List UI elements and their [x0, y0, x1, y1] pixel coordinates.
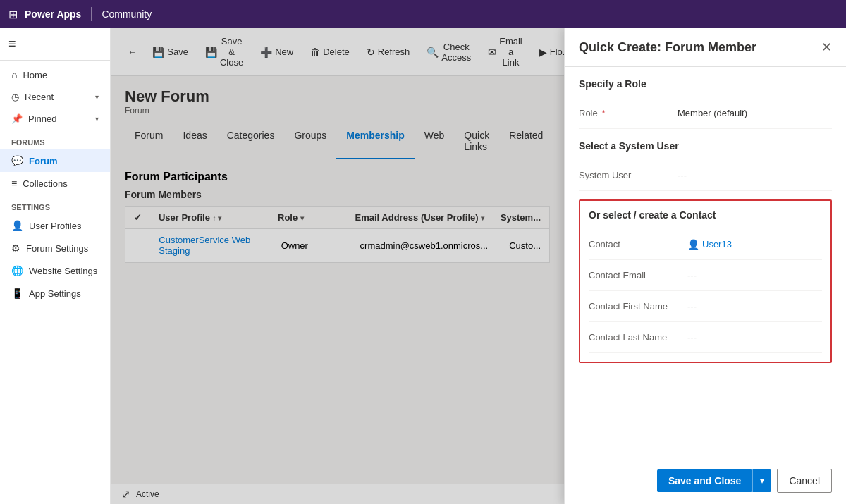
recent-chevron-icon: ▾ — [95, 93, 99, 101]
email-column-header: Email Address (User Profile) ▾ — [355, 212, 486, 223]
contact-first-name-value[interactable]: --- — [687, 301, 822, 312]
role-sort-icon[interactable]: ▾ — [300, 214, 304, 222]
sidebar: ≡ ⌂ Home ◷ Recent ▾ 📌 Pinned ▾ F — [0, 28, 111, 504]
forums-section-label: Forums — [0, 130, 110, 149]
tab-groups[interactable]: Groups — [284, 124, 336, 159]
contact-section-label: Or select / create a Contact — [589, 209, 822, 221]
save-icon: 💾 — [152, 47, 164, 58]
tab-web[interactable]: Web — [415, 124, 455, 159]
sidebar-collections-label: Collections — [23, 178, 68, 189]
app-settings-icon: 📱 — [11, 288, 23, 299]
table-header: ✓ User Profile ↑ ▾ Role ▾ Email Address … — [125, 207, 549, 229]
pinned-icon: 📌 — [11, 113, 23, 124]
refresh-button[interactable]: ↻ Refresh — [360, 43, 417, 61]
sidebar-app-settings-label: App Settings — [29, 288, 81, 299]
save-close-button[interactable]: 💾 Save & Close — [198, 32, 250, 71]
sidebar-website-settings-label: Website Settings — [29, 266, 97, 276]
contact-last-name-value[interactable]: --- — [687, 332, 822, 343]
sidebar-top: ≡ — [0, 28, 110, 61]
panel-title: Quick Create: Forum Member — [579, 40, 756, 55]
recent-icon: ◷ — [11, 92, 19, 102]
role-required-marker: * — [601, 108, 605, 118]
pinned-chevron-icon: ▾ — [95, 115, 99, 123]
waffle-icon[interactable]: ⊞ — [8, 8, 18, 21]
back-button[interactable]: ← — [122, 43, 142, 61]
sidebar-recent-label: Recent — [25, 92, 54, 102]
sidebar-item-website-settings[interactable]: 🌐 Website Settings — [0, 259, 110, 282]
email-sort-icon[interactable]: ▾ — [481, 214, 484, 222]
content-area: ← 💾 Save 💾 Save & Close ➕ New 🗑 Delete ↻… — [111, 28, 564, 504]
hamburger-icon[interactable]: ≡ — [8, 34, 102, 54]
website-settings-icon: 🌐 — [11, 265, 23, 276]
community-label: Community — [102, 8, 152, 20]
user-sort-icon[interactable]: ↑ ▾ — [213, 214, 222, 222]
subsection-title: Forum Members — [125, 189, 550, 200]
delete-button[interactable]: 🗑 Delete — [303, 43, 357, 61]
save-close-dropdown-button[interactable]: ▾ — [752, 469, 771, 492]
page-title: New Forum — [125, 87, 550, 106]
members-table: ✓ User Profile ↑ ▾ Role ▾ Email Address … — [125, 206, 550, 263]
expand-icon[interactable]: ⤢ — [122, 488, 130, 500]
flow-button[interactable]: ▶ Flo... — [532, 43, 564, 61]
forum-icon: 💬 — [11, 155, 23, 166]
sidebar-forum-settings-label: Forum Settings — [26, 243, 88, 254]
contact-email-value[interactable]: --- — [687, 270, 822, 281]
sidebar-home-label: Home — [23, 70, 47, 80]
save-button[interactable]: 💾 Save — [145, 43, 195, 61]
contact-field-row: Contact 👤 User13 — [589, 229, 822, 260]
system-user-field-row: System User --- — [579, 160, 832, 191]
sidebar-item-forum[interactable]: 💬 Forum — [0, 149, 110, 172]
tab-categories[interactable]: Categories — [217, 124, 285, 159]
top-bar-divider — [91, 7, 92, 21]
tab-forum[interactable]: Forum — [125, 124, 173, 159]
new-button[interactable]: ➕ New — [253, 43, 300, 61]
tab-related[interactable]: Related — [499, 124, 553, 159]
sidebar-item-collections[interactable]: ≡ Collections — [0, 172, 110, 195]
sidebar-item-app-settings[interactable]: 📱 App Settings — [0, 282, 110, 305]
save-close-button[interactable]: Save and Close — [657, 469, 753, 492]
contact-first-name-field-row: Contact First Name --- — [589, 291, 822, 322]
page-content: New Forum Forum Forum Ideas Categories G… — [111, 76, 564, 484]
sidebar-item-pinned[interactable]: 📌 Pinned ▾ — [0, 108, 110, 130]
contact-first-name-label: Contact First Name — [589, 301, 687, 312]
tab-quick-links[interactable]: Quick Links — [454, 124, 499, 159]
save-close-icon: 💾 — [205, 47, 217, 58]
tab-membership[interactable]: Membership — [336, 124, 414, 159]
check-access-button[interactable]: 🔍 Check Access — [419, 38, 478, 66]
email-link-button[interactable]: ✉ Email a Link — [481, 32, 529, 71]
refresh-icon: ↻ — [367, 47, 375, 58]
home-icon: ⌂ — [11, 69, 17, 80]
role-column-header: Role ▾ — [278, 212, 341, 223]
row-role: Owner — [281, 240, 346, 251]
tab-ideas[interactable]: Ideas — [173, 124, 216, 159]
system-user-field-label: System User — [579, 170, 678, 180]
contact-field-value[interactable]: 👤 User13 — [687, 239, 822, 250]
row-email: crmadmin@csweb1.onmicros... — [360, 240, 496, 251]
sidebar-item-forum-settings[interactable]: ⚙ Forum Settings — [0, 237, 110, 259]
new-icon: ➕ — [260, 47, 272, 58]
check-access-icon: 🔍 — [427, 47, 439, 58]
save-close-btn-group: Save and Close ▾ — [657, 469, 772, 492]
delete-icon: 🗑 — [310, 47, 320, 58]
flow-icon: ▶ — [539, 47, 547, 58]
system-column-header: System... — [501, 212, 541, 223]
sidebar-item-home[interactable]: ⌂ Home — [0, 63, 110, 86]
role-field-value[interactable]: Member (default) — [678, 108, 832, 118]
role-field-row: Role * Member (default) — [579, 98, 832, 129]
system-user-field-value[interactable]: --- — [678, 170, 832, 180]
row-user-profile: CustomerService Web Staging — [159, 235, 266, 256]
panel-body: Specify a Role Role * Member (default) S… — [565, 67, 846, 457]
email-link-icon: ✉ — [488, 47, 496, 58]
user-profile-link[interactable]: CustomerService Web Staging — [159, 235, 250, 256]
table-row: CustomerService Web Staging Owner crmadm… — [125, 229, 549, 262]
check-column-header: ✓ — [134, 212, 145, 223]
sidebar-item-user-profiles[interactable]: 👤 User Profiles — [0, 214, 110, 237]
user-profiles-icon: 👤 — [11, 220, 23, 231]
cancel-button[interactable]: Cancel — [777, 469, 832, 493]
sidebar-user-profiles-label: User Profiles — [29, 221, 81, 231]
sidebar-item-recent[interactable]: ◷ Recent ▾ — [0, 86, 110, 108]
panel-close-button[interactable]: ✕ — [821, 39, 832, 55]
app-name: Power Apps — [25, 8, 81, 20]
toolbar: ← 💾 Save 💾 Save & Close ➕ New 🗑 Delete ↻… — [111, 28, 564, 76]
sidebar-nav: ⌂ Home ◷ Recent ▾ 📌 Pinned ▾ Forums 💬 — [0, 61, 110, 307]
